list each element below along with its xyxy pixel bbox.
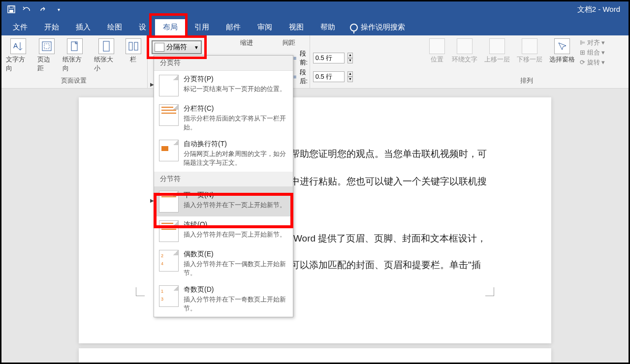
title-bar: ▾ 文档2 - Word	[0, 0, 630, 19]
text-direction-button[interactable]: A 文字方向	[4, 37, 32, 74]
size-icon	[98, 38, 114, 54]
tab-design[interactable]: 设	[131, 19, 154, 35]
undo-button[interactable]	[21, 3, 33, 16]
submenu-arrow-icon: ▶	[150, 82, 154, 88]
spin-up[interactable]: ▲	[347, 53, 353, 58]
selection-icon	[554, 38, 570, 54]
text-wrap-icon	[159, 140, 179, 161]
document-area: 帮助您证明您的观点。当您单击联机视频时，可 中进行粘贴。您也可以键入一个关键字以…	[0, 89, 630, 364]
window-title: 文档2 - Word	[577, 5, 620, 14]
position-button: 位置	[427, 37, 447, 65]
doc-line-4: 可以添加匹配的封面、页眉和提要栏。单击"插	[290, 258, 481, 273]
margins-button[interactable]: 页边距	[35, 37, 58, 74]
tab-references[interactable]: 引用	[187, 19, 217, 35]
tell-me-search[interactable]: 操作说明搜索	[344, 19, 411, 35]
document-page-2[interactable]	[79, 348, 551, 364]
odd-page-icon: 13	[159, 285, 179, 307]
dropdown-section-section-breaks: 分节符	[154, 172, 293, 187]
text-direction-icon: A	[10, 38, 26, 54]
orientation-icon	[67, 38, 83, 54]
redo-button[interactable]	[36, 3, 49, 16]
menu-continuous[interactable]: 连续(O)插入分节符并在同一页上开始新节。	[154, 216, 293, 246]
selection-pane-button[interactable]: 选择窗格	[547, 37, 577, 65]
bulb-icon	[350, 24, 358, 31]
arrange-label: 排列	[427, 74, 626, 88]
even-page-icon: 24	[159, 250, 179, 272]
margin-corner	[136, 287, 145, 296]
tab-layout[interactable]: 布局	[155, 19, 186, 35]
spin-up[interactable]: ▲	[347, 71, 353, 77]
save-button[interactable]	[5, 3, 18, 16]
indent-header: 缩进	[240, 37, 253, 48]
tab-view[interactable]: 视图	[281, 19, 312, 35]
spin-down[interactable]: ▼	[347, 77, 353, 82]
columns-icon	[126, 38, 141, 54]
backward-button: 下移一层	[515, 37, 544, 65]
chevron-down-icon: ▼	[194, 45, 199, 50]
menu-page-break[interactable]: ▶ 分页符(P)标记一页结束与下一页开始的位置。	[154, 71, 293, 100]
spacing-before-input[interactable]	[313, 53, 345, 63]
tab-draw[interactable]: 绘图	[99, 19, 130, 35]
page-break-icon	[159, 75, 179, 96]
tab-insert[interactable]: 插入	[68, 19, 98, 35]
rotate-button: ⟳ 旋转 ▾	[580, 58, 605, 67]
spacing-before-label: 段前:	[300, 49, 310, 67]
forward-icon	[489, 38, 505, 54]
next-page-icon	[159, 191, 179, 212]
document-page-1[interactable]: 帮助您证明您的观点。当您单击联机视频时，可 中进行粘贴。您也可以键入一个关键字以…	[79, 97, 551, 343]
orientation-button[interactable]: 纸张方向	[61, 37, 89, 74]
forward-button: 上移一层	[482, 37, 512, 65]
doc-line-2: 中进行粘贴。您也可以键入一个关键字以联机搜	[290, 174, 487, 189]
page-setup-label: 页面设置	[4, 74, 143, 88]
menu-text-wrapping[interactable]: 自动换行符(T)分隔网页上的对象周围的文字，如分隔题注文字与正文。	[154, 136, 293, 171]
margin-corner	[485, 287, 494, 296]
wrap-icon	[457, 38, 472, 54]
size-button[interactable]: 纸张大小	[92, 37, 121, 74]
breaks-icon	[155, 43, 164, 52]
align-button: ⊫ 对齐 ▾	[580, 38, 605, 47]
doc-line-1: 帮助您证明您的观点。当您单击联机视频时，可	[290, 147, 487, 161]
wrap-button: 环绕文字	[450, 37, 479, 65]
svg-rect-5	[44, 44, 49, 49]
group-arrange: 位置 环绕文字 上移一层 下移一层 选择窗格 ⊫ 对齐 ▾ ⊞ 组合 ▾ ⟳ 旋…	[423, 35, 630, 88]
ribbon: A 文字方向 页边距 纸张方向 纸张大小 栏 页面设置 缩进	[0, 35, 630, 89]
group-page-setup: A 文字方向 页边距 纸张方向 纸张大小 栏 页面设置	[0, 35, 148, 88]
menu-next-page[interactable]: ▶ 下一页(N)插入分节符并在下一页上开始新节。	[154, 187, 293, 216]
continuous-icon	[159, 220, 179, 242]
spin-down[interactable]: ▼	[347, 58, 353, 63]
menu-odd-page[interactable]: 13 奇数页(D)插入分节符并在下一奇数页上开始新节。	[154, 281, 293, 317]
menu-even-page[interactable]: 24 偶数页(E)插入分节符并在下一偶数页上开始新节。	[154, 246, 293, 281]
tab-home[interactable]: 开始	[36, 19, 67, 35]
margins-icon	[39, 38, 55, 54]
svg-rect-8	[129, 42, 132, 50]
position-icon	[429, 38, 445, 54]
qat-customize[interactable]: ▾	[52, 3, 65, 16]
quick-access-toolbar: ▾	[0, 3, 70, 16]
tab-review[interactable]: 审阅	[250, 19, 280, 35]
svg-text:A: A	[13, 42, 18, 50]
svg-rect-7	[103, 41, 109, 51]
backward-icon	[522, 38, 537, 54]
breaks-dropdown-button[interactable]: 分隔符 ▼	[152, 40, 202, 54]
submenu-arrow-icon: ▶	[150, 198, 154, 204]
tab-file[interactable]: 文件	[5, 19, 35, 35]
breaks-dropdown-menu: 分页符 ▶ 分页符(P)标记一页结束与下一页开始的位置。 分栏符(C)指示分栏符…	[154, 55, 293, 317]
svg-rect-4	[42, 42, 51, 51]
spacing-header: 间距	[283, 37, 295, 48]
menu-column-break[interactable]: 分栏符(C)指示分栏符后面的文字将从下一栏开始。	[154, 100, 293, 136]
svg-rect-2	[9, 10, 13, 12]
dropdown-section-page-breaks: 分页符	[154, 56, 293, 71]
tell-me-label: 操作说明搜索	[361, 23, 405, 32]
svg-rect-9	[134, 42, 138, 50]
doc-line-3: Word 提供了页眉、页脚、封面和文本框设计，	[293, 231, 486, 246]
tab-mailings[interactable]: 邮件	[218, 19, 249, 35]
ribbon-tabs: 文件 开始 插入 绘图 设 布局 引用 邮件 审阅 视图 帮助 操作说明搜索	[0, 19, 630, 35]
tab-help[interactable]: 帮助	[313, 19, 343, 35]
spacing-after-input[interactable]	[313, 71, 345, 82]
columns-button[interactable]: 栏	[124, 37, 143, 65]
column-break-icon	[159, 104, 179, 126]
group-button: ⊞ 组合 ▾	[580, 48, 605, 57]
